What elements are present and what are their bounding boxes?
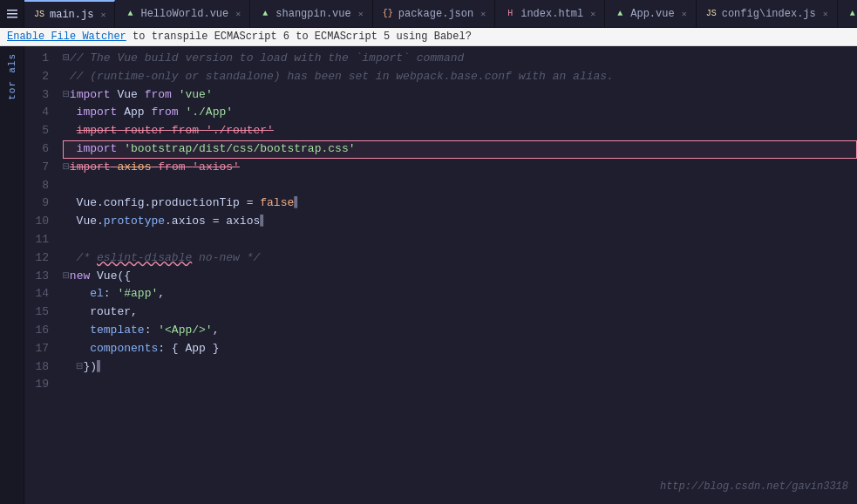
tab-config-index-js[interactable]: JS config\index.js ✕	[697, 0, 838, 27]
code-line-7: ⊟import axios from 'axios'	[63, 159, 857, 177]
js-file-icon: JS	[33, 9, 45, 21]
line-num-16: 16	[24, 322, 49, 340]
notification-text: Enable File Watcher to transpile ECMAScr…	[7, 31, 472, 43]
svg-rect-0	[7, 10, 17, 11]
tab-package-json[interactable]: {} package.json ✕	[373, 0, 495, 27]
tab-index-html[interactable]: H index.html ✕	[495, 0, 605, 27]
tab-close-icon[interactable]: ✕	[682, 9, 687, 19]
tab-label: HelloWorld.vue	[140, 8, 228, 20]
svg-rect-1	[7, 13, 17, 15]
tab-label: config\index.js	[722, 8, 816, 20]
tab-close-icon[interactable]: ✕	[100, 10, 105, 20]
enable-file-watcher-link[interactable]: Enable File Watcher	[7, 31, 126, 43]
line-num-12: 12	[24, 249, 49, 268]
line-num-4: 4	[24, 104, 49, 122]
tab-label: App.vue	[630, 8, 674, 20]
line-num-10: 10	[24, 213, 49, 231]
line-num-19: 19	[24, 376, 49, 394]
notification-bar: Enable File Watcher to transpile ECMAScr…	[0, 28, 857, 46]
json-file-icon: {}	[382, 8, 394, 20]
scrollbar-area: ⊟// The Vue build version to load with t…	[56, 46, 857, 504]
tab-shangpin-vue[interactable]: ▲ shangpin.vue ✕	[250, 0, 372, 27]
code-line-16: template: '<App/>',	[63, 322, 857, 340]
tab-label: package.json	[398, 8, 473, 20]
code-content[interactable]: ⊟// The Vue build version to load with t…	[56, 46, 857, 504]
line-num-6: 6	[24, 140, 49, 159]
code-line-4: import App from './App'	[63, 104, 857, 122]
tab-app-vue[interactable]: ▲ App.vue ✕	[605, 0, 696, 27]
left-labels: als tor	[0, 46, 24, 504]
vue-file-icon: ▲	[614, 8, 626, 20]
line-num-15: 15	[24, 303, 49, 322]
line-num-1: 1	[24, 50, 49, 68]
vue-file-icon: ▲	[259, 8, 271, 20]
line-num-3: 3	[24, 86, 49, 105]
code-line-18: ⊟})▌	[63, 358, 857, 377]
code-line-1: ⊟// The Vue build version to load with t…	[63, 50, 857, 68]
code-line-12: /* eslint-disable no-new */	[63, 249, 857, 268]
sidebar-toggle[interactable]	[0, 0, 24, 27]
code-line-17: components: { App }	[63, 340, 857, 358]
html-file-icon: H	[504, 8, 516, 20]
code-line-5: import router from './router'	[63, 122, 857, 140]
line-num-5: 5	[24, 122, 49, 140]
code-line-2: // (runtime-only or standalone) has been…	[63, 68, 857, 86]
code-line-8	[63, 177, 857, 195]
tab-helloworld-vue[interactable]: ▲ HelloWorld.vue ✕	[115, 0, 250, 27]
code-line-9: Vue.config.productionTip = false▌	[63, 194, 857, 213]
tab-close-icon[interactable]: ✕	[590, 9, 595, 19]
watermark: http://blog.csdn.net/gavin3318	[660, 479, 848, 495]
line-num-9: 9	[24, 194, 49, 213]
js-file-icon: JS	[705, 8, 718, 20]
tab-bar: JS main.js ✕ ▲ HelloWorld.vue ✕ ▲ shangp…	[0, 0, 857, 28]
code-line-10: Vue.prototype.axios = axios▌	[63, 213, 857, 231]
code-line-11	[63, 231, 857, 249]
line-num-11: 11	[24, 231, 49, 249]
line-num-8: 8	[24, 177, 49, 195]
tab-close-icon[interactable]: ✕	[480, 9, 486, 19]
code-line-19	[63, 376, 857, 394]
tab-close-icon[interactable]: ✕	[235, 9, 241, 19]
line-numbers: 1 2 3 4 5 6 7 8 9 10 11 12 13 14 15 16 1…	[24, 46, 56, 504]
line-num-18: 18	[24, 358, 49, 377]
tab-label: index.html	[520, 8, 583, 20]
tab-close-icon[interactable]: ✕	[358, 9, 364, 19]
line-num-2: 2	[24, 68, 49, 86]
tab-label: shangpin.vue	[275, 8, 350, 20]
svg-rect-2	[7, 17, 17, 18]
tab-close-icon[interactable]: ✕	[823, 9, 828, 19]
editor-area: als tor 1 2 3 4 5 6 7 8 9 10 11 12 13 14…	[0, 46, 857, 504]
code-line-3: ⊟import Vue from 'vue'	[63, 86, 857, 105]
line-num-7: 7	[24, 159, 49, 177]
vue-file-icon: ▲	[124, 8, 136, 20]
left-label-als: als	[5, 50, 19, 77]
vue-file-icon: ▲	[847, 8, 857, 20]
tab-rout[interactable]: ▲ rout	[838, 0, 857, 27]
line-num-13: 13	[24, 268, 49, 286]
code-line-13: ⊟new Vue({	[63, 268, 857, 286]
tab-main-js[interactable]: JS main.js ✕	[24, 0, 115, 27]
line-num-17: 17	[24, 340, 49, 358]
left-label-tor: tor	[5, 77, 19, 104]
line-num-14: 14	[24, 285, 49, 303]
code-line-6: import 'bootstrap/dist/css/bootstrap.css…	[63, 140, 857, 159]
code-line-14: el: '#app',	[63, 285, 857, 303]
code-line-15: router,	[63, 303, 857, 322]
tab-label: main.js	[50, 9, 93, 21]
